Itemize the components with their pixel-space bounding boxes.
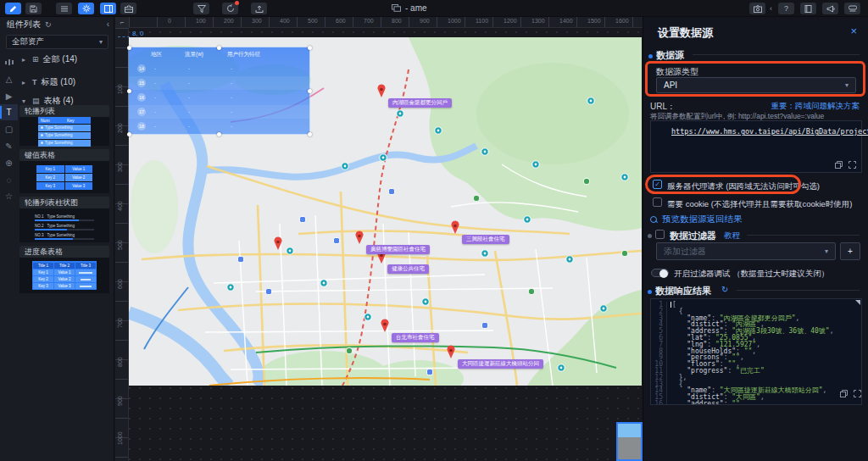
add-filter-select[interactable]: 添加过滤器 ▾ — [656, 242, 836, 260]
app-window: - ame ‹ ? 组件列表 ↻ ‹ 全部资产 ▾ △▶T▢✎⊕◌☆ ▸ ⊞ 全… — [0, 0, 868, 461]
table-row: 14--- — [129, 62, 309, 75]
component-card-title[interactable]: 进度条表格 — [19, 246, 109, 258]
sidebar-item-titles[interactable]: ▸ T 标题 (10) — [18, 74, 114, 91]
ruler-label: 100 — [117, 84, 123, 94]
ruler-label: 900 — [420, 18, 430, 24]
road-shield-icon — [389, 189, 395, 195]
snapshot-button[interactable] — [749, 3, 765, 14]
filter-enable-checkbox[interactable] — [655, 230, 665, 239]
expand-icon[interactable] — [854, 390, 861, 397]
edit-mode-button[interactable] — [5, 3, 21, 14]
tutorial-link[interactable]: 教程 — [724, 230, 740, 242]
megaphone-icon — [826, 5, 835, 13]
layers-button[interactable] — [56, 3, 72, 14]
copy-icon[interactable] — [835, 161, 843, 169]
road-shield-icon — [334, 238, 340, 244]
collapse-arrow[interactable]: ‹ — [770, 4, 772, 13]
selection-handle[interactable] — [127, 89, 131, 93]
toolbox-icon — [125, 5, 133, 13]
data-source-type-select[interactable]: API ▾ — [656, 77, 856, 93]
expand-icon[interactable] — [849, 161, 856, 169]
ruler-label: 1100 — [476, 18, 488, 24]
component-card-title[interactable]: 键值表格 — [19, 149, 109, 161]
check-icon: ✓ — [654, 181, 660, 188]
export-button[interactable] — [251, 3, 267, 14]
refresh-button[interactable] — [222, 3, 238, 14]
frame-icon[interactable]: ▢ — [0, 121, 18, 137]
dashed-circle-icon[interactable]: ◌ — [0, 172, 18, 188]
screens-icon — [392, 4, 401, 12]
text-icon: T — [32, 78, 37, 86]
proxy-checkbox[interactable]: ✓ — [653, 180, 662, 189]
layout-panel-button[interactable] — [100, 3, 116, 14]
star-icon[interactable]: ☆ — [0, 188, 18, 204]
selected-table-component[interactable]: 地区 流量(w) 用户行为特征 14---15---16---17---18--… — [129, 47, 309, 134]
url-editor[interactable]: https://www.hms.gov.taipei/api/BigData/p… — [650, 120, 862, 173]
asset-filter-select[interactable]: 全部资产 ▾ — [6, 35, 108, 49]
component-card-title[interactable]: 轮播列表柱状图 — [19, 197, 109, 208]
selection-handle[interactable] — [308, 132, 312, 136]
publish-button[interactable] — [844, 3, 860, 14]
pyramid-icon[interactable]: △ — [0, 71, 18, 87]
selection-handle[interactable] — [217, 132, 221, 136]
add-filter-button[interactable]: + — [840, 242, 860, 260]
ruler-label: 100 — [196, 18, 206, 24]
column-header: 用户行为特征 — [227, 51, 260, 58]
selection-handle[interactable] — [308, 89, 312, 93]
project-title: - ame — [392, 3, 427, 13]
type-label: 数据源类型 — [656, 66, 698, 78]
globe-icon[interactable]: ⊕ — [0, 155, 18, 171]
chevron-down-icon: ▾ — [99, 38, 103, 46]
refresh-response-icon[interactable]: ↻ — [721, 285, 728, 294]
preview-result-link[interactable]: 预览数据源返回结果 — [650, 214, 743, 225]
toolbox-button[interactable] — [120, 3, 136, 14]
selection-handle[interactable] — [308, 46, 312, 50]
cell-value: - — [231, 66, 232, 71]
component-card-progress-table[interactable]: Title 1Title 2Title 3 Key 1Value 1 Key 2… — [19, 258, 109, 293]
component-card-keyvalue-table[interactable]: Key 1Value 1 Key 2Value 2 Key 3Value 3 — [19, 161, 109, 193]
save-button[interactable] — [25, 3, 42, 14]
filter-button[interactable] — [193, 3, 209, 14]
copy-icon[interactable] — [840, 390, 848, 397]
ruler-label: 700 — [117, 318, 123, 328]
collapse-sidebar-icon[interactable]: ‹ — [107, 19, 109, 29]
map-housing-label: 大同區捷運新莊線大橋頭站分回 — [458, 359, 543, 369]
section-bullet — [648, 290, 652, 294]
ruler-label: 0 — [168, 18, 171, 24]
filter-placeholder: 添加过滤器 — [664, 246, 706, 258]
chart-bars-icon[interactable] — [0, 54, 18, 70]
component-card-carousel-list[interactable]: NumKey Type Something Type Something Typ… — [19, 117, 109, 146]
cookie-checkbox[interactable] — [653, 197, 662, 207]
top-toolbar: - ame ‹ ? — [0, 0, 868, 17]
cors-help-link[interactable]: 重要：跨域问题解决方案 — [771, 101, 860, 112]
settings-button[interactable] — [78, 3, 94, 14]
expand-arrow-icon: ▸ — [22, 79, 28, 86]
component-sidebar: 组件列表 ↻ ‹ 全部资产 ▾ △▶T▢✎⊕◌☆ ▸ ⊞ 全部 (14) ▸ T… — [0, 17, 114, 461]
cell-value: - — [231, 81, 232, 86]
mini-preview-thumbnail[interactable] — [616, 422, 643, 461]
card-label: 键值表格 — [25, 150, 55, 161]
announce-button[interactable] — [822, 3, 838, 14]
filter-debug-toggle[interactable] — [651, 269, 669, 277]
response-json-editor[interactable]: 1[2 {3 "name": "內湖區金龍都更分回戶",4 "distict":… — [650, 298, 862, 405]
chevron-down-icon: ▾ — [825, 247, 828, 255]
component-card-title[interactable]: 轮播列表 — [19, 105, 109, 117]
sidebar-title: 组件列表 — [7, 19, 41, 31]
help-button[interactable]: ? — [778, 3, 794, 14]
cookie-label: 需要 cookie (不选择代理并且需要获取cookie时使用) — [667, 199, 853, 210]
close-icon[interactable]: × — [850, 25, 857, 37]
docs-button[interactable] — [800, 3, 816, 14]
edit-pen-icon[interactable]: ✎ — [0, 138, 18, 154]
text-icon[interactable]: T — [0, 104, 18, 120]
table-icon: ▤ — [32, 97, 40, 105]
ruler-label: 1300 — [531, 18, 545, 24]
selection-handle[interactable] — [127, 132, 131, 136]
media-play-icon[interactable]: ▶ — [0, 88, 18, 104]
row-number-badge: 14 — [137, 64, 146, 73]
component-card-carousel-bars[interactable]: NO.1Type Something NO.2Type Something NO… — [19, 208, 109, 242]
carousel-list-thumb: NumKey Type Something Type Something Typ… — [38, 117, 91, 147]
selection-handle[interactable] — [127, 46, 131, 50]
refresh-components-icon[interactable]: ↻ — [45, 20, 52, 29]
selection-handle[interactable] — [217, 46, 221, 50]
sidebar-item-all[interactable]: ▸ ⊞ 全部 (14) — [18, 51, 114, 68]
